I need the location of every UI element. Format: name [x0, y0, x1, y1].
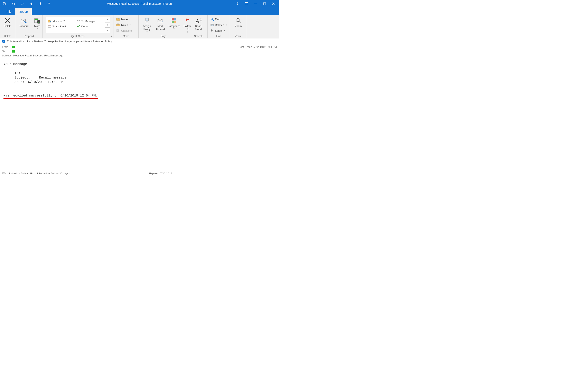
collapse-ribbon-icon[interactable]: ˄: [273, 15, 279, 38]
svg-point-7: [38, 23, 39, 23]
ribbon: Delete Delete Forward More ▾ Respond: [0, 15, 279, 38]
svg-rect-16: [172, 18, 174, 21]
group-label-speech: Speech: [189, 34, 208, 38]
more-button[interactable]: More ▾: [30, 16, 44, 30]
svg-rect-1: [245, 2, 248, 3]
categorize-button[interactable]: Categorize ▾: [167, 16, 181, 30]
body-sent-label: Sent:: [14, 80, 28, 84]
ribbon-display-options-icon[interactable]: [244, 2, 249, 6]
check-icon: [77, 25, 80, 28]
ribbon-tabs: File Report: [0, 7, 279, 15]
dialog-launcher-icon[interactable]: ◢: [110, 35, 112, 37]
svg-rect-13: [145, 18, 149, 19]
svg-rect-19: [174, 21, 176, 23]
tab-report[interactable]: Report: [15, 8, 32, 15]
select-button[interactable]: Select ▾: [209, 28, 228, 34]
onenote-button[interactable]: N OneNote: [115, 28, 137, 34]
forward-button[interactable]: Forward: [17, 16, 30, 28]
quick-step-move-to[interactable]: Move to: ?: [47, 18, 76, 24]
expires-value: 7/10/2019: [160, 172, 172, 175]
retention-info-bar[interactable]: i This item will expire in 29 days. To k…: [0, 38, 279, 44]
previous-item-icon[interactable]: [29, 2, 33, 6]
svg-point-25: [3, 173, 3, 174]
move-button[interactable]: Move ▾: [115, 16, 137, 22]
chevron-down-icon: ▾: [226, 24, 227, 26]
retention-label: Retention Policy: [9, 172, 28, 175]
minimize-icon[interactable]: [254, 2, 257, 6]
body-result-line: was recalled successfully on 6/10/2019 1…: [3, 94, 98, 99]
quick-step-team-email[interactable]: Team Email: [47, 24, 76, 29]
body-sent-value: 6/10/2019 12:52 PM: [28, 80, 63, 84]
gallery-up-icon[interactable]: ▲: [105, 17, 110, 23]
quick-step-to-manager[interactable]: To Manager: [76, 18, 104, 24]
svg-rect-6: [37, 20, 40, 24]
assign-policy-icon: [144, 17, 150, 24]
group-label-tags: Tags: [138, 34, 189, 38]
body-subject-label: Subject:: [14, 75, 39, 80]
onenote-icon: N: [116, 29, 120, 32]
group-label-delete: Delete: [0, 34, 15, 38]
svg-point-24: [236, 18, 239, 22]
quick-access-toolbar: [0, 2, 51, 6]
find-button[interactable]: Find: [209, 16, 228, 22]
assign-policy-button[interactable]: Assign Policy ▾: [140, 16, 154, 33]
rules-icon: [116, 23, 120, 27]
sent-label: Sent: [239, 45, 244, 48]
group-label-find: Find: [208, 34, 230, 38]
svg-rect-5: [35, 19, 38, 20]
sent-value: Mon 6/10/2019 12:54 PM: [247, 45, 277, 48]
chevron-down-icon: ▾: [130, 24, 131, 26]
message-body: Your message To: Subject:Recall message …: [2, 59, 277, 169]
save-icon[interactable]: [2, 2, 6, 6]
body-to-label: To:: [14, 71, 39, 75]
mark-unread-button[interactable]: Mark Unread: [154, 16, 167, 31]
chevron-down-icon: ▾: [37, 28, 38, 30]
more-respond-icon: [34, 17, 40, 24]
svg-point-21: [211, 18, 213, 20]
svg-text:N: N: [117, 30, 118, 32]
quick-steps-gallery[interactable]: Move to: ? To Manager Team Email Done: [46, 17, 110, 33]
quick-steps-scroll: ▲ ▼ ▾: [105, 17, 110, 33]
forward-icon: [21, 17, 27, 24]
retention-value: E-mail Retention Policy (30 days): [30, 172, 69, 175]
expires-label: Expires: [149, 172, 158, 175]
related-button[interactable]: Related ▾: [209, 22, 228, 28]
svg-rect-15: [146, 20, 148, 21]
undo-icon[interactable]: [12, 2, 15, 6]
delete-button[interactable]: Delete: [1, 16, 14, 28]
info-icon: i: [2, 40, 5, 43]
subject-value: Message Recall Success: Recall message: [13, 54, 63, 57]
pointer-icon: [210, 29, 214, 32]
categorize-icon: [171, 17, 177, 24]
gallery-more-icon[interactable]: ▾: [105, 28, 110, 33]
maximize-icon[interactable]: [262, 2, 266, 6]
body-subject-value: Recall message: [39, 76, 66, 80]
svg-rect-2: [254, 4, 257, 4]
rules-button[interactable]: Rules ▾: [115, 22, 137, 28]
svg-rect-23: [211, 24, 214, 26]
help-icon[interactable]: ?: [235, 2, 240, 6]
team-email-icon: [48, 25, 51, 28]
next-item-icon[interactable]: [38, 2, 42, 6]
close-icon[interactable]: [271, 2, 276, 6]
window-controls: ?: [235, 2, 279, 6]
svg-rect-17: [174, 18, 176, 21]
group-label-move: Move: [114, 34, 138, 38]
chevron-down-icon: ▾: [129, 18, 130, 20]
gallery-down-icon[interactable]: ▼: [105, 23, 110, 28]
chevron-down-icon: ▾: [187, 31, 188, 33]
chevron-down-icon: ▾: [147, 31, 148, 33]
read-aloud-button[interactable]: A Read Aloud: [192, 16, 205, 31]
delete-icon: [4, 17, 11, 24]
redo-icon[interactable]: [21, 2, 24, 6]
zoom-icon: [235, 17, 241, 24]
tab-file[interactable]: File: [3, 8, 15, 15]
zoom-button[interactable]: Zoom: [231, 16, 245, 28]
status-bar: Retention Policy E-mail Retention Policy…: [0, 171, 279, 177]
chevron-down-icon: ▾: [173, 28, 174, 30]
svg-rect-3: [264, 3, 266, 5]
quick-step-done[interactable]: Done: [76, 24, 104, 29]
presence-to-icon: [12, 50, 15, 53]
qat-customize-icon[interactable]: [47, 2, 51, 6]
presence-from-icon: [12, 46, 15, 48]
